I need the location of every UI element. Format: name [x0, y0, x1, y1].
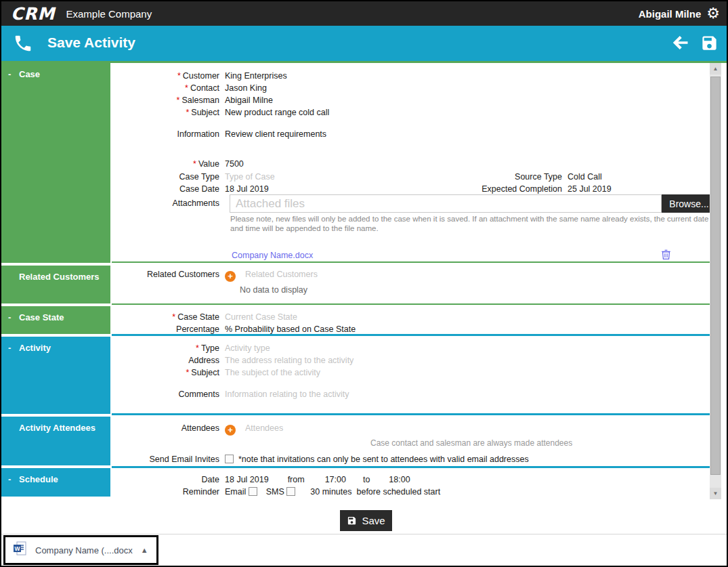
- save-disk-icon[interactable]: [700, 34, 719, 55]
- reminder-suffix: before scheduled start: [356, 487, 440, 497]
- send-email-invites-checkbox[interactable]: [225, 455, 234, 463]
- save-button[interactable]: Save: [340, 510, 392, 531]
- attachments-input[interactable]: [230, 194, 662, 213]
- section-divider: [112, 334, 711, 336]
- to-time-value[interactable]: 18:00: [389, 475, 410, 484]
- field-case-date: Case Date18 Jul 2019: [112, 184, 269, 195]
- sidebar-label-activity: Activity: [19, 343, 51, 353]
- section-divider: [112, 466, 711, 468]
- related-customers-placeholder[interactable]: Related Customers: [245, 270, 318, 279]
- required-asterisk: *: [186, 108, 189, 117]
- download-bar: W Company Name (....docx ▲︎ Show all ✕: [1, 534, 727, 566]
- sidebar-section-related-customers[interactable]: Related Customers: [1, 266, 110, 303]
- chevron-up-icon[interactable]: ▲︎: [141, 546, 148, 554]
- field-reminder: ReminderEmail SMS 30 minutesbefore sched…: [112, 486, 440, 498]
- customer-value[interactable]: King Enterprises: [225, 71, 287, 81]
- section-divider: [112, 413, 711, 415]
- field-value: *Value7500: [112, 159, 244, 170]
- field-comments: CommentsInformation relating to the acti…: [112, 389, 349, 400]
- add-related-customer-icon[interactable]: +: [225, 271, 236, 282]
- information-value[interactable]: Review client requirements: [225, 129, 326, 139]
- field-label: Source Type: [515, 172, 562, 182]
- phone-icon: [13, 33, 33, 56]
- vertical-scrollbar[interactable]: ▲ ▼: [710, 63, 721, 499]
- page-title: Save Activity: [47, 35, 135, 51]
- percentage-value[interactable]: % Probability based on Case State: [225, 324, 356, 334]
- reminder-email-checkbox[interactable]: [249, 487, 257, 496]
- attachment-file-link[interactable]: Company Name.docx: [232, 251, 313, 260]
- reminder-sms-checkbox[interactable]: [286, 487, 295, 496]
- sidebar-label-related-customers: Related Customers: [19, 272, 99, 282]
- comments-placeholder[interactable]: Information relating to the activity: [225, 390, 349, 399]
- field-label: Related Customers: [147, 270, 219, 279]
- current-user[interactable]: Abigail Milne: [639, 8, 702, 20]
- field-attachments-label: Attachments: [112, 198, 225, 209]
- field-label: Send Email Invites: [149, 455, 219, 464]
- trash-icon[interactable]: [661, 249, 671, 263]
- field-label: Address: [188, 356, 219, 365]
- collapse-minus-icon[interactable]: -: [8, 69, 19, 79]
- collapse-minus-icon[interactable]: -: [8, 312, 19, 322]
- field-label: Salesman: [181, 96, 219, 105]
- field-case-type: Case TypeType of Case: [112, 171, 275, 183]
- subject-value[interactable]: New product range cold call: [225, 108, 329, 117]
- to-label: to: [363, 475, 370, 484]
- expected-completion-value[interactable]: 25 Jul 2019: [568, 184, 612, 194]
- field-send-email-invites: Send Email Invites *note that invitation…: [112, 454, 529, 465]
- save-disk-icon: [347, 516, 357, 526]
- back-arrow-icon[interactable]: [670, 33, 691, 55]
- crm-window: CRM Example Company Abigail Milne ⚙︎ Sav…: [0, 0, 728, 567]
- case-type-placeholder[interactable]: Type of Case: [225, 172, 275, 182]
- collapse-minus-icon[interactable]: -: [8, 474, 19, 484]
- field-expected-completion: Expected Completion25 Jul 2019: [469, 184, 612, 195]
- attendees-placeholder[interactable]: Attendees: [245, 423, 283, 433]
- field-label: Customer: [183, 71, 219, 81]
- field-label: Attachments: [173, 198, 219, 208]
- section-divider: [112, 261, 711, 263]
- scroll-up-icon[interactable]: ▲: [710, 63, 721, 75]
- case-state-placeholder[interactable]: Current Case State: [225, 312, 297, 322]
- required-asterisk: *: [177, 71, 181, 81]
- top-bar: CRM Example Company Abigail Milne ⚙︎: [1, 1, 727, 26]
- scroll-down-icon[interactable]: ▼: [710, 488, 721, 499]
- sidebar-section-case[interactable]: -Case: [1, 63, 110, 263]
- field-label: Reminder: [183, 487, 219, 497]
- required-asterisk: *: [185, 83, 188, 93]
- download-item[interactable]: W Company Name (....docx ▲︎: [3, 535, 158, 565]
- scrollbar-thumb[interactable]: [710, 77, 721, 475]
- field-label: Date: [202, 475, 219, 484]
- from-time-value[interactable]: 17:00: [325, 475, 346, 484]
- sidebar-section-schedule[interactable]: -Schedule: [1, 468, 110, 497]
- settings-gear-icon[interactable]: ⚙︎: [706, 6, 720, 21]
- collapse-minus-icon[interactable]: -: [8, 343, 19, 353]
- field-related-customers: Related Customers+ Related Customers: [112, 269, 318, 280]
- sidebar-section-activity-attendees[interactable]: Activity Attendees: [1, 417, 110, 465]
- required-asterisk: *: [186, 368, 189, 377]
- sidebar-section-case-state[interactable]: -Case State: [1, 306, 110, 334]
- address-placeholder[interactable]: The address relating to the activity: [225, 356, 354, 365]
- field-attendees: Attendees+ Attendees: [112, 423, 283, 434]
- field-type: *TypeActivity type: [112, 343, 270, 354]
- activity-subject-placeholder[interactable]: The subject of the activity: [225, 368, 320, 377]
- sidebar-section-activity[interactable]: -Activity: [1, 337, 110, 414]
- date-value[interactable]: 18 Jul 2019: [225, 475, 269, 484]
- case-date-value[interactable]: 18 Jul 2019: [225, 184, 269, 194]
- value-value[interactable]: 7500: [225, 159, 244, 169]
- no-data-text: No data to display: [240, 285, 307, 295]
- salesman-value[interactable]: Abigail Milne: [225, 96, 273, 105]
- download-file-name: Company Name (....docx: [35, 545, 133, 555]
- field-label: Case State: [177, 312, 219, 322]
- field-label: Expected Completion: [481, 184, 562, 194]
- reminder-minutes-value[interactable]: 30 minutes: [310, 487, 351, 497]
- reminder-sms-label: SMS: [266, 487, 284, 497]
- field-address: AddressThe address relating to the activ…: [112, 355, 354, 366]
- browse-button[interactable]: Browse...: [662, 194, 716, 213]
- contact-value[interactable]: Jason King: [225, 83, 267, 93]
- save-button-label: Save: [362, 515, 385, 526]
- section-divider: [112, 303, 711, 305]
- source-type-value[interactable]: Cold Call: [568, 172, 602, 182]
- svg-text:W: W: [14, 545, 20, 552]
- field-label: Information: [177, 129, 219, 139]
- add-attendee-icon[interactable]: +: [225, 425, 236, 436]
- type-placeholder[interactable]: Activity type: [225, 343, 270, 353]
